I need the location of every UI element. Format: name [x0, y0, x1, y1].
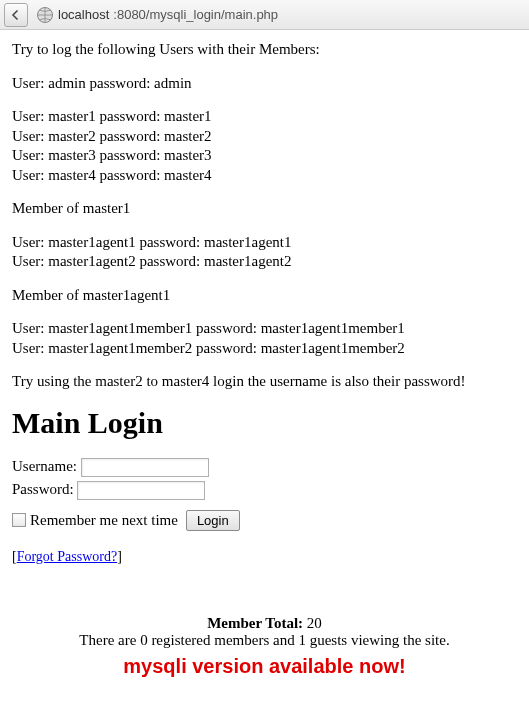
username-label: Username: [12, 458, 77, 475]
credential-line: User: master4 password: master4 [12, 166, 517, 186]
address-bar[interactable]: localhost:8080/mysqli_login/main.php [32, 4, 525, 26]
bracket-close: ] [117, 549, 122, 564]
remember-row: Remember me next time Login [12, 510, 517, 531]
page-content: Try to log the following Users with thei… [0, 30, 529, 688]
username-row: Username: [12, 458, 517, 477]
master1agent-credentials-block: User: master1agent1 password: master1age… [12, 233, 517, 272]
url-host: localhost [58, 7, 109, 22]
page-title: Main Login [12, 406, 517, 440]
master-credentials-block: User: master1 password: master1 User: ma… [12, 107, 517, 185]
credential-line: User: master1agent2 password: master1age… [12, 252, 517, 272]
remember-checkbox[interactable] [12, 513, 26, 527]
credential-line: User: master2 password: master2 [12, 127, 517, 147]
login-button[interactable]: Login [186, 510, 240, 531]
browser-toolbar: localhost:8080/mysqli_login/main.php [0, 0, 529, 30]
credential-line: User: master1agent1member1 password: mas… [12, 319, 517, 339]
credential-line: User: master1agent1 password: master1age… [12, 233, 517, 253]
password-input[interactable] [77, 481, 205, 500]
member-total-value: 20 [307, 615, 322, 631]
member-total-label: Member Total: [207, 615, 303, 631]
username-input[interactable] [81, 458, 209, 477]
agent1member-credentials-block: User: master1agent1member1 password: mas… [12, 319, 517, 358]
mysqli-banner: mysqli version available now! [12, 655, 517, 678]
back-arrow-icon [10, 9, 22, 21]
intro-text: Try to log the following Users with thei… [12, 40, 517, 60]
remember-label: Remember me next time [30, 512, 178, 529]
credential-line: User: master1 password: master1 [12, 107, 517, 127]
member-of-master1: Member of master1 [12, 199, 517, 219]
visitor-line: There are 0 registered members and 1 gue… [12, 632, 517, 649]
credential-line: User: master1agent1member2 password: mas… [12, 339, 517, 359]
admin-credentials: User: admin password: admin [12, 74, 517, 94]
credential-line: User: master3 password: master3 [12, 146, 517, 166]
forgot-password-area: [Forgot Password?] [12, 549, 517, 565]
globe-icon [36, 6, 54, 24]
password-row: Password: [12, 481, 517, 500]
member-of-agent1: Member of master1agent1 [12, 286, 517, 306]
stats-block: Member Total: 20 There are 0 registered … [12, 615, 517, 649]
forgot-password-link[interactable]: Forgot Password? [17, 549, 117, 564]
password-label: Password: [12, 481, 74, 498]
try-hint: Try using the master2 to master4 login t… [12, 372, 517, 392]
url-path: :8080/mysqli_login/main.php [113, 7, 278, 22]
back-button[interactable] [4, 3, 28, 27]
